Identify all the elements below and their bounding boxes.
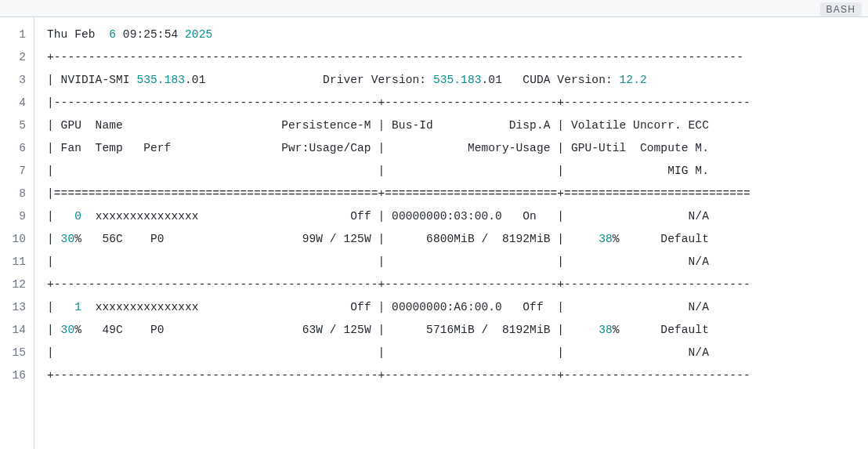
line-number: 3 [0, 69, 26, 92]
line-number: 10 [0, 228, 26, 251]
line-number: 11 [0, 251, 26, 273]
line-number: 7 [0, 160, 26, 183]
line-number: 5 [0, 114, 26, 137]
line-number: 15 [0, 342, 26, 364]
line-number: 1 [0, 24, 26, 46]
language-badge: BASH [820, 2, 862, 16]
line-number: 14 [0, 319, 26, 342]
line-number: 6 [0, 137, 26, 160]
code-content[interactable]: Thu Feb 6 09:25:54 2025 +---------------… [34, 17, 868, 449]
line-number: 16 [0, 364, 26, 387]
line-number-gutter: 12345678910111213141516 [0, 17, 34, 449]
line-number: 4 [0, 92, 26, 114]
line-number: 12 [0, 273, 26, 296]
line-number: 13 [0, 296, 26, 319]
top-bar: BASH [0, 0, 868, 17]
line-number: 9 [0, 205, 26, 228]
line-number: 2 [0, 46, 26, 69]
line-number: 8 [0, 183, 26, 205]
code-area: 12345678910111213141516 Thu Feb 6 09:25:… [0, 17, 868, 449]
